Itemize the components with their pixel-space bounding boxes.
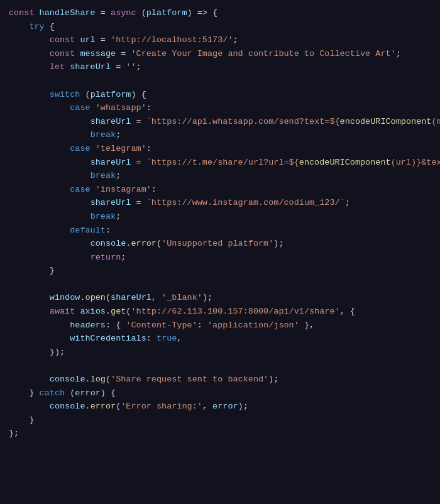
identifier: shareUrl (91, 196, 131, 210)
code-line: } catch (error) { (0, 386, 440, 400)
punctuation: ) => { (187, 6, 218, 20)
indent (9, 183, 70, 197)
string: 'instagram' (96, 183, 151, 197)
indent (9, 332, 70, 346)
keyword: async (111, 6, 141, 20)
punctuation: , { (340, 305, 355, 319)
identifier: handleShare (40, 6, 96, 20)
operator: = (96, 6, 111, 20)
punctuation: ( (157, 237, 162, 251)
string: 'http://62.113.100.157:8000/api/v1/share… (131, 305, 339, 319)
keyword: case (70, 101, 96, 115)
template-fn: encodeURIComponent (340, 115, 432, 129)
indent (9, 400, 50, 414)
punctuation: ; (136, 60, 141, 74)
indent (9, 115, 91, 129)
param: platform (146, 6, 187, 20)
code-line: shareUrl = `https://api.whatsapp.com/sen… (0, 115, 440, 129)
keyword: break (91, 210, 116, 224)
punctuation: ; (396, 47, 401, 61)
punctuation: : (146, 142, 151, 156)
indent (9, 346, 50, 359)
empty-line (9, 359, 14, 373)
code-line: let shareUrl = ''; (0, 60, 440, 74)
property: withCredentials (70, 332, 146, 346)
indent (9, 319, 70, 332)
template-string: `https://www.instagram.com/codium_123/` (146, 196, 345, 210)
keyword: return (91, 251, 121, 265)
code-line: } (0, 264, 440, 278)
identifier: console (50, 373, 85, 386)
indent (9, 33, 50, 47)
keyword: break (91, 169, 116, 183)
code-line (0, 359, 440, 373)
punctuation: } (50, 264, 55, 278)
identifier: window (50, 291, 80, 305)
code-line: } (0, 414, 440, 427)
punctuation: : { (106, 319, 126, 332)
code-line: headers: { 'Content-Type': 'application/… (0, 319, 440, 332)
method: error (131, 237, 157, 251)
punctuation: ); (202, 291, 212, 305)
keyword: try (29, 20, 49, 34)
indent (9, 47, 50, 61)
method: open (85, 291, 106, 305)
code-line: console.error('Error sharing:', error); (0, 400, 440, 414)
keyword: let (50, 60, 70, 74)
operator: = (131, 156, 146, 170)
code-line: break; (0, 210, 440, 224)
punctuation: ); (273, 237, 283, 251)
punctuation: ; (116, 128, 121, 142)
string: 'http://localhost:5173/' (111, 33, 233, 47)
punctuation: ( (106, 291, 111, 305)
string: 'telegram' (96, 142, 146, 156)
punctuation: ); (268, 373, 278, 386)
indent (9, 414, 29, 427)
punctuation: . (106, 305, 111, 319)
punctuation: : (146, 101, 151, 115)
keyword: switch (50, 88, 85, 102)
identifier: axios (80, 305, 106, 319)
indent (9, 373, 50, 386)
identifier: url (80, 33, 95, 47)
string: '_blank' (162, 291, 202, 305)
code-line: shareUrl = `https://www.instagram.com/co… (0, 196, 440, 210)
template-fn: encodeURIComponent (299, 156, 391, 170)
operator: = (111, 60, 126, 74)
keyword: const (50, 47, 80, 61)
code-line: try { (0, 20, 440, 34)
punctuation: }, (299, 319, 314, 332)
punctuation: ) { (101, 386, 116, 400)
indent (9, 291, 50, 305)
code-line: case 'telegram': (0, 142, 440, 156)
punctuation: ( (116, 400, 121, 414)
code-line: }); (0, 346, 440, 359)
property: headers (70, 319, 106, 332)
string: 'Error sharing:' (121, 400, 202, 414)
code-line: break; (0, 169, 440, 183)
punctuation: } (29, 386, 39, 400)
keyword: case (70, 142, 96, 156)
code-line: case 'whatsapp': (0, 101, 440, 115)
indent (9, 237, 91, 251)
keyword: break (91, 128, 116, 142)
string: 'whatsapp' (96, 101, 146, 115)
method: get (111, 305, 126, 319)
indent (9, 156, 91, 170)
string: 'Share request sent to backend' (111, 373, 268, 386)
code-line: return; (0, 251, 440, 265)
indent (9, 20, 29, 34)
punctuation: : (146, 332, 157, 346)
punctuation: , (177, 332, 182, 346)
punctuation: : (197, 319, 207, 332)
punctuation: ; (345, 196, 350, 210)
punctuation: ( (70, 386, 75, 400)
punctuation: ; (121, 251, 126, 265)
code-line: break; (0, 128, 440, 142)
punctuation: ( (141, 6, 146, 20)
indent (9, 251, 91, 265)
operator: = (96, 33, 111, 47)
code-editor: const handleShare = async (platform) => … (0, 0, 440, 504)
string: 'Content-Type' (126, 319, 197, 332)
code-line: window.open(shareUrl, '_blank'); (0, 291, 440, 305)
